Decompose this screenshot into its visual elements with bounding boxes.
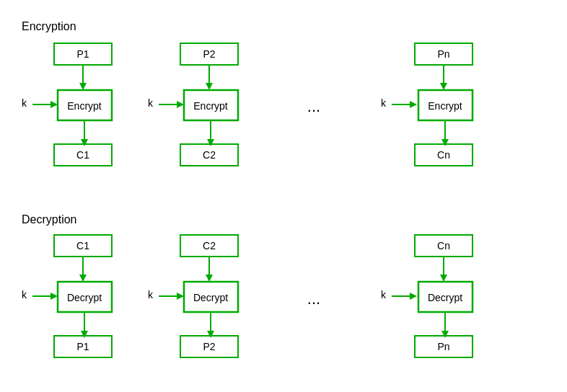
- decn-arrow2-head: [441, 331, 449, 338]
- enc2-arrow1-head: [206, 83, 213, 90]
- dec-p1-label: P1: [76, 341, 89, 352]
- decn-k-arrowhead: [410, 293, 417, 300]
- dec-c1-label: C1: [76, 240, 89, 251]
- dec-pn-label: Pn: [437, 341, 449, 352]
- enc-ellipsis: ...: [307, 97, 320, 115]
- dec-ellipsis: ...: [307, 290, 320, 308]
- enc2-k-arrowhead: [177, 101, 184, 108]
- decryption-label: Decryption: [22, 213, 76, 226]
- dec1-k-label: k: [22, 289, 27, 300]
- main-svg: Encryption Decryption P1 k Encrypt C1 P2…: [0, 0, 567, 392]
- dec1-arrow1-head: [79, 275, 87, 282]
- dec-c2-label: C2: [203, 240, 216, 251]
- encn-k-arrowhead: [410, 101, 417, 108]
- decn-arrow1-head: [440, 275, 447, 282]
- dec2-k-arrowhead: [177, 293, 184, 300]
- enc1-k-arrowhead: [50, 101, 58, 108]
- encn-k-label: k: [381, 97, 387, 109]
- decn-op-label: Decrypt: [428, 292, 462, 303]
- dec1-op-label: Decrypt: [67, 292, 102, 303]
- dec2-arrow2-head: [207, 331, 214, 338]
- encryption-label: Encryption: [22, 20, 76, 32]
- encn-op-label: Encrypt: [428, 100, 462, 112]
- enc-p2-label: P2: [203, 48, 215, 60]
- dec1-arrow2-head: [81, 331, 88, 338]
- enc2-k-label: k: [148, 97, 154, 109]
- dec1-k-arrowhead: [50, 293, 58, 300]
- enc1-arrow1-head: [79, 83, 87, 90]
- enc-c2-label: C2: [203, 149, 216, 161]
- diagram-container: Encryption Decryption P1 k Encrypt C1 P2…: [0, 0, 567, 392]
- enc1-k-label: k: [22, 97, 27, 109]
- enc2-arrow2-head: [207, 139, 214, 146]
- dec2-arrow1-head: [206, 275, 213, 282]
- dec-cn-label: Cn: [437, 240, 450, 251]
- enc2-op-label: Encrypt: [193, 100, 228, 112]
- dec2-op-label: Decrypt: [193, 292, 228, 303]
- enc1-arrow2-head: [81, 139, 88, 146]
- enc1-op-label: Encrypt: [67, 100, 102, 112]
- dec2-k-label: k: [148, 289, 154, 300]
- enc-p1-label: P1: [76, 48, 89, 60]
- encn-arrow2-head: [441, 139, 449, 146]
- enc-cn-label: Cn: [437, 149, 450, 161]
- decn-k-label: k: [381, 289, 387, 300]
- encn-arrow1-head: [440, 83, 447, 90]
- dec-p2-label: P2: [203, 341, 215, 352]
- enc-c1-label: C1: [76, 149, 89, 161]
- enc-pn-label: Pn: [437, 48, 449, 60]
